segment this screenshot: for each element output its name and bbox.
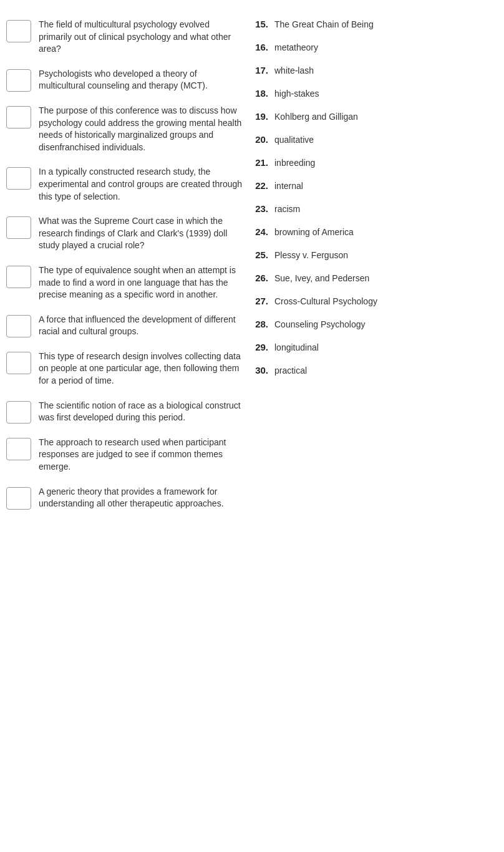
answer-row-30: 30. practical bbox=[250, 359, 498, 382]
question-row-2: Psychologists who developed a theory of … bbox=[6, 62, 243, 99]
page-container: The field of multicultural psychology ev… bbox=[0, 0, 504, 529]
question-row-5: What was the Supreme Court case in which… bbox=[6, 209, 243, 258]
answer-number-18: 18. bbox=[250, 88, 268, 99]
answer-number-25: 25. bbox=[250, 249, 268, 260]
answer-text-25: Plessy v. Ferguson bbox=[274, 250, 348, 260]
answer-text-19: Kohlberg and Gilligan bbox=[274, 112, 358, 122]
answer-row-16: 16. metatheory bbox=[250, 36, 498, 59]
answer-number-21: 21. bbox=[250, 157, 268, 168]
question-row-3: The purpose of this conference was to di… bbox=[6, 99, 243, 160]
answer-number-30: 30. bbox=[250, 365, 268, 375]
question-row-7: A force that influenced the development … bbox=[6, 307, 243, 344]
answer-text-26: Sue, Ivey, and Pedersen bbox=[274, 273, 369, 283]
answer-text-18: high-stakes bbox=[274, 89, 319, 99]
answer-text-24: browning of America bbox=[274, 227, 354, 237]
question-text-2: Psychologists who developed a theory of … bbox=[39, 68, 243, 92]
answer-text-20: qualitative bbox=[274, 135, 314, 145]
answer-text-15: The Great Chain of Being bbox=[274, 19, 374, 29]
question-row-9: The scientific notion of race as a biolo… bbox=[6, 394, 243, 430]
answer-row-15: 15. The Great Chain of Being bbox=[250, 12, 498, 36]
answer-row-25: 25. Plessy v. Ferguson bbox=[250, 243, 498, 266]
question-text-7: A force that influenced the development … bbox=[39, 314, 243, 338]
answer-row-26: 26. Sue, Ivey, and Pedersen bbox=[250, 266, 498, 289]
answer-row-19: 19. Kohlberg and Gilligan bbox=[250, 105, 498, 128]
answer-text-21: inbreeding bbox=[274, 158, 315, 168]
answer-text-29: longitudinal bbox=[274, 342, 319, 352]
answer-box-6[interactable] bbox=[6, 266, 31, 288]
question-text-6: The type of equivalence sought when an a… bbox=[39, 264, 243, 301]
answer-number-22: 22. bbox=[250, 180, 268, 191]
answer-row-21: 21. inbreeding bbox=[250, 151, 498, 174]
question-row-6: The type of equivalence sought when an a… bbox=[6, 258, 243, 307]
question-text-4: In a typically constructed research stud… bbox=[39, 166, 243, 203]
answer-box-2[interactable] bbox=[6, 69, 31, 92]
answer-number-16: 16. bbox=[250, 42, 268, 52]
answer-number-15: 15. bbox=[250, 19, 268, 29]
question-text-1: The field of multicultural psychology ev… bbox=[39, 19, 243, 56]
answer-text-17: white-lash bbox=[274, 65, 314, 75]
answer-row-18: 18. high-stakes bbox=[250, 82, 498, 105]
answer-text-28: Counseling Psychology bbox=[274, 319, 366, 329]
answer-number-23: 23. bbox=[250, 203, 268, 214]
answer-box-3[interactable] bbox=[6, 106, 31, 128]
question-text-5: What was the Supreme Court case in which… bbox=[39, 215, 243, 252]
answer-text-23: racism bbox=[274, 204, 300, 214]
answer-box-1[interactable] bbox=[6, 20, 31, 42]
answer-text-30: practical bbox=[274, 365, 307, 375]
answer-text-27: Cross-Cultural Psychology bbox=[274, 296, 377, 306]
answer-row-17: 17. white-lash bbox=[250, 59, 498, 82]
answer-number-24: 24. bbox=[250, 226, 268, 237]
answer-row-28: 28. Counseling Psychology bbox=[250, 312, 498, 336]
question-text-11: A generic theory that provides a framewo… bbox=[39, 486, 243, 510]
question-row-11: A generic theory that provides a framewo… bbox=[6, 480, 243, 516]
answer-number-19: 19. bbox=[250, 111, 268, 122]
answer-row-23: 23. racism bbox=[250, 197, 498, 220]
answer-row-22: 22. internal bbox=[250, 174, 498, 197]
answer-box-8[interactable] bbox=[6, 352, 31, 374]
answer-box-5[interactable] bbox=[6, 216, 31, 239]
answer-number-28: 28. bbox=[250, 319, 268, 329]
question-row-1: The field of multicultural psychology ev… bbox=[6, 12, 243, 62]
answer-row-27: 27. Cross-Cultural Psychology bbox=[250, 289, 498, 312]
answer-number-27: 27. bbox=[250, 296, 268, 306]
answer-box-10[interactable] bbox=[6, 438, 31, 460]
question-row-10: The approach to research used when parti… bbox=[6, 430, 243, 480]
answer-box-11[interactable] bbox=[6, 487, 31, 510]
answer-number-29: 29. bbox=[250, 342, 268, 352]
answer-text-22: internal bbox=[274, 181, 303, 191]
question-text-3: The purpose of this conference was to di… bbox=[39, 105, 243, 153]
question-row-8: This type of research design involves co… bbox=[6, 344, 243, 394]
answer-row-20: 20. qualitative bbox=[250, 128, 498, 151]
answers-column: 15. The Great Chain of Being 16. metathe… bbox=[250, 12, 498, 516]
answer-row-29: 29. longitudinal bbox=[250, 336, 498, 359]
questions-column: The field of multicultural psychology ev… bbox=[6, 12, 243, 516]
answer-row-24: 24. browning of America bbox=[250, 220, 498, 243]
answer-number-26: 26. bbox=[250, 273, 268, 283]
question-text-9: The scientific notion of race as a biolo… bbox=[39, 400, 243, 424]
answer-box-9[interactable] bbox=[6, 401, 31, 424]
answer-number-17: 17. bbox=[250, 65, 268, 75]
question-text-10: The approach to research used when parti… bbox=[39, 437, 243, 473]
question-text-8: This type of research design involves co… bbox=[39, 351, 243, 387]
answer-box-7[interactable] bbox=[6, 315, 31, 337]
answer-number-20: 20. bbox=[250, 134, 268, 145]
question-row-4: In a typically constructed research stud… bbox=[6, 160, 243, 209]
answer-text-16: metatheory bbox=[274, 42, 318, 52]
answer-box-4[interactable] bbox=[6, 167, 31, 190]
